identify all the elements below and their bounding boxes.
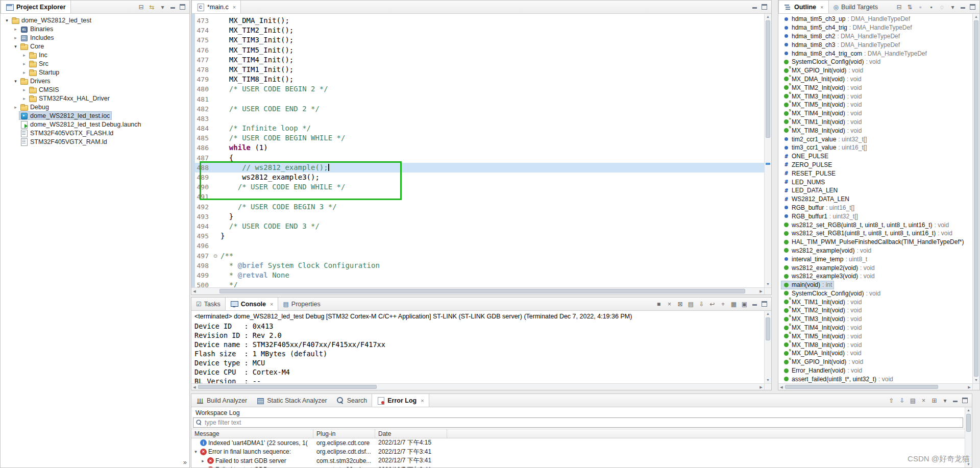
console-vertical-scrollbar[interactable]: ▲ ▼: [764, 311, 771, 383]
scroll-right-icon[interactable]: ▶: [758, 288, 764, 294]
tab-main-c[interactable]: *main.c ×: [191, 1, 241, 13]
scroll-left-icon[interactable]: ◀: [778, 384, 785, 390]
scroll-left-icon[interactable]: ◀: [191, 288, 198, 294]
code-line[interactable]: 492 /* USER CODE BEGIN 3 */: [191, 202, 764, 212]
maximize-icon[interactable]: [180, 4, 185, 10]
tab-properties[interactable]: ▤ Properties: [278, 298, 325, 310]
hide-static-members-icon[interactable]: ▪: [928, 4, 935, 10]
outline-item[interactable]: sMX_TIM2_Init(void) : void: [778, 306, 972, 315]
display-selected-console-icon[interactable]: ▦: [730, 301, 737, 307]
code-line[interactable]: 496: [191, 241, 764, 251]
scroll-right-icon[interactable]: ▶: [966, 384, 972, 390]
scroll-left-icon[interactable]: ◀: [191, 384, 198, 390]
outline-item[interactable]: sMX_TIM5_Init(void) : void: [778, 332, 972, 340]
outline-item[interactable]: tim2_ccr1_value : uint32_t[]: [778, 135, 972, 143]
scrollbar-thumb[interactable]: [966, 414, 971, 432]
filter-input[interactable]: [205, 419, 961, 426]
outline-item[interactable]: sMX_TIM4_Init(void) : void: [778, 324, 972, 332]
code-line[interactable]: 488 // ws2812_example();: [191, 163, 764, 173]
minimize-icon[interactable]: [752, 301, 757, 307]
tree-item[interactable]: ▸Src: [1, 59, 189, 68]
console-horizontal-scrollbar[interactable]: ◀ ▶: [191, 383, 764, 390]
outline-item[interactable]: #WS2812_DATA_LEN: [778, 195, 972, 204]
outline-item[interactable]: SystemClock_Config(void) : void: [778, 289, 972, 298]
outline-item[interactable]: #LED_NUMS: [778, 178, 972, 186]
code-line[interactable]: 479 MX_TIM8_Init();: [191, 75, 764, 84]
code-line[interactable]: 473 MX_DMA_Init();: [191, 16, 764, 26]
hide-fields-icon[interactable]: ▫: [917, 4, 924, 10]
open-log-icon[interactable]: ⊞: [931, 398, 938, 404]
view-menu-icon[interactable]: ▾: [949, 4, 956, 10]
fold-collapse-icon[interactable]: ⊖: [212, 251, 219, 261]
tree-item[interactable]: ▸Inc: [1, 51, 189, 59]
scroll-up-icon[interactable]: ▲: [765, 311, 771, 317]
outline-horizontal-scrollbar[interactable]: ◀ ▶: [778, 383, 972, 390]
scroll-down-icon[interactable]: ▼: [765, 377, 771, 383]
column-header-message[interactable]: Message: [191, 429, 313, 438]
tree-item[interactable]: STM32F405VGTX_RAM.ld: [1, 137, 189, 146]
scrollbar-thumb[interactable]: [974, 20, 978, 377]
code-line[interactable]: 474 MX_TIM2_Init();: [191, 26, 764, 35]
outline-item[interactable]: interval_time_temp : uint8_t: [778, 255, 972, 263]
tree-item[interactable]: ▸Includes: [1, 33, 189, 42]
minimize-icon[interactable]: [960, 4, 966, 10]
scroll-right-icon[interactable]: ▶: [758, 384, 764, 390]
expand-arrow-icon[interactable]: ▾: [12, 79, 19, 84]
double-chevron-icon[interactable]: »: [183, 458, 187, 466]
view-menu-icon[interactable]: ▾: [159, 4, 166, 10]
code-area[interactable]: 473 MX_DMA_Init();474 MX_TIM2_Init();475…: [191, 14, 764, 287]
outline-item[interactable]: RGB_buffur : uint16_t[]: [778, 204, 972, 212]
tree-item[interactable]: ▸CMSIS: [1, 85, 189, 94]
tree-item[interactable]: ▸Debug: [1, 103, 189, 111]
minimize-icon[interactable]: [170, 4, 176, 10]
outline-item[interactable]: sMX_DMA_Init(void) : void: [778, 75, 972, 84]
expand-arrow-icon[interactable]: ▸: [21, 87, 28, 92]
expand-arrow-icon[interactable]: ▾: [12, 44, 19, 49]
outline-item[interactable]: #RESET_PULSE: [778, 169, 972, 178]
expand-arrow-icon[interactable]: ▾: [193, 449, 199, 454]
code-line[interactable]: 483: [191, 114, 764, 124]
maximize-icon[interactable]: [962, 398, 968, 403]
hide-non-public-icon[interactable]: ◌: [939, 4, 945, 10]
tree-item[interactable]: dome_WS2812_led_test Debug.launch: [1, 120, 189, 129]
editor-horizontal-scrollbar[interactable]: ◀ ▶: [191, 287, 764, 294]
tree-item[interactable]: ▸Binaries: [1, 24, 189, 33]
outline-vertical-scrollbar[interactable]: ▲ ▼: [972, 14, 979, 383]
pin-console-icon[interactable]: +: [720, 301, 726, 307]
outline-item[interactable]: assert_failed(uint8_t*, uint32_t) : void: [778, 375, 972, 383]
outline-item[interactable]: sMX_TIM1_Init(void) : void: [778, 118, 972, 127]
clear-console-icon[interactable]: ▤: [688, 301, 694, 307]
code-line[interactable]: 491: [191, 192, 764, 202]
scroll-up-icon[interactable]: ▲: [965, 407, 972, 413]
outline-item[interactable]: sMX_TIM8_Init(void) : void: [778, 340, 972, 349]
expand-arrow-icon[interactable]: ▸: [12, 105, 19, 110]
code-line[interactable]: 475 MX_TIM3_Init();: [191, 35, 764, 45]
collapse-all-icon[interactable]: ⊟: [896, 4, 902, 10]
outline-item[interactable]: SystemClock_Config(void) : void: [778, 58, 972, 66]
code-line[interactable]: 497⊖/**: [191, 251, 764, 261]
outline-item[interactable]: sMX_TIM4_Init(void) : void: [778, 109, 972, 118]
code-line[interactable]: 485 /* USER CODE BEGIN WHILE */: [191, 133, 764, 143]
expand-arrow-icon[interactable]: ▸: [21, 96, 28, 101]
view-menu-icon[interactable]: ▾: [942, 398, 948, 404]
column-header-date[interactable]: Date: [375, 429, 447, 438]
code-line[interactable]: 482 /* USER CODE END 2 */: [191, 104, 764, 114]
console-output[interactable]: Device ID : 0x413Revision ID : Rev 2.0De…: [194, 322, 763, 383]
expand-arrow-icon[interactable]: ▾: [4, 18, 10, 23]
code-line[interactable]: 480 /* USER CODE BEGIN 2 */: [191, 84, 764, 94]
expand-arrow-icon[interactable]: ▸: [12, 35, 19, 40]
code-line[interactable]: 478 MX_TIM1_Init();: [191, 65, 764, 75]
outline-item[interactable]: sMX_TIM5_Init(void) : void: [778, 101, 972, 109]
word-wrap-icon[interactable]: ↩: [709, 301, 716, 307]
code-line[interactable]: 476 MX_TIM5_Init();: [191, 45, 764, 55]
outline-item[interactable]: ws2812_example3(void) : void: [778, 272, 972, 281]
column-header-plugin[interactable]: Plug-in: [313, 429, 375, 438]
outline-item[interactable]: ws2812_set_RGB(uint8_t, uint8_t, uint8_t…: [778, 220, 972, 229]
code-line[interactable]: 477 MX_TIM4_Init();: [191, 55, 764, 65]
log-row[interactable]: iIndexed 'uart4DMA1' (22 sources, 1(org.…: [191, 438, 965, 448]
import-log-icon[interactable]: ⇩: [899, 398, 905, 404]
tree-item[interactable]: ▾Drivers: [1, 77, 189, 85]
tree-item[interactable]: STM32F405VGTX_FLASH.ld: [1, 129, 189, 137]
log-row[interactable]: ▸×Failed to start GDB servercom.st.stm32…: [191, 456, 965, 465]
code-line[interactable]: 495}: [191, 231, 764, 241]
